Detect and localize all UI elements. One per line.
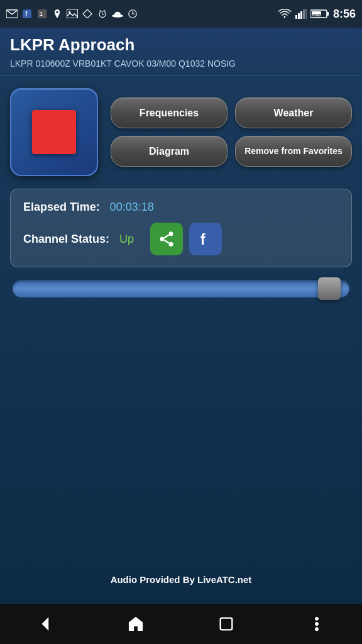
volume-slider-container xyxy=(10,280,352,297)
svg-point-7 xyxy=(56,11,58,13)
svg-rect-24 xyxy=(303,9,305,19)
buttons-grid: Frequencies Weather Diagram Remove from … xyxy=(111,97,352,167)
share-button[interactable] xyxy=(150,223,183,255)
metar-data: LKPR 010600Z VRB01KT CAVOK 03/M00 Q1032 … xyxy=(10,58,352,69)
channel-status-value: Up xyxy=(119,233,134,246)
record-indicator xyxy=(32,110,76,154)
slider-thumb[interactable] xyxy=(318,277,341,300)
svg-line-34 xyxy=(165,240,169,243)
svg-rect-27 xyxy=(327,12,329,16)
svg-point-39 xyxy=(315,623,319,626)
diamond-icon xyxy=(82,9,93,18)
svg-rect-21 xyxy=(295,15,297,19)
svg-rect-8 xyxy=(67,9,78,18)
recents-icon xyxy=(217,615,235,633)
svg-text:1: 1 xyxy=(40,11,43,17)
svg-point-40 xyxy=(315,628,319,631)
main-content: Frequencies Weather Diagram Remove from … xyxy=(0,75,362,604)
svg-rect-37 xyxy=(221,618,233,630)
weather-button[interactable]: Weather xyxy=(235,97,352,128)
share-icon xyxy=(158,230,175,248)
channel-status-row: Channel Status: Up f xyxy=(23,223,339,255)
status-icons-left: f 1 xyxy=(6,9,138,18)
back-icon xyxy=(36,615,54,633)
elapsed-time-value: 00:03:18 xyxy=(110,201,154,214)
svg-marker-36 xyxy=(42,618,48,630)
share-icons: f xyxy=(150,223,222,255)
svg-rect-22 xyxy=(298,13,300,19)
alarm-icon xyxy=(97,9,108,18)
footer-text: Audio Provided By LiveATC.net xyxy=(10,574,352,591)
recents-button[interactable] xyxy=(211,608,242,640)
location-icon xyxy=(52,9,63,18)
top-section: Frequencies Weather Diagram Remove from … xyxy=(10,88,352,176)
home-button[interactable] xyxy=(120,608,151,640)
battery-icon: 66% xyxy=(310,9,329,19)
back-button[interactable] xyxy=(30,608,61,640)
svg-point-31 xyxy=(160,237,165,242)
svg-point-30 xyxy=(169,231,173,236)
svg-text:f: f xyxy=(200,231,206,248)
clock-icon xyxy=(127,9,138,18)
info-panel: Elapsed Time: 00:03:18 Channel Status: U… xyxy=(10,189,352,267)
hat-icon xyxy=(112,9,123,18)
svg-line-14 xyxy=(99,10,101,11)
svg-line-2 xyxy=(12,10,18,14)
facebook-share-button[interactable]: f xyxy=(189,223,222,255)
svg-line-15 xyxy=(104,10,106,11)
slider-track[interactable] xyxy=(13,280,349,297)
logo-container[interactable] xyxy=(10,88,98,176)
svg-rect-25 xyxy=(305,9,307,19)
svg-point-38 xyxy=(315,618,319,621)
menu-button[interactable] xyxy=(301,608,332,640)
image-icon xyxy=(67,9,78,18)
svg-point-32 xyxy=(169,242,173,247)
remove-favorites-button[interactable]: Remove from Favorites xyxy=(235,136,352,167)
status-time: 8:56 xyxy=(333,8,356,21)
svg-marker-10 xyxy=(83,9,92,18)
svg-rect-23 xyxy=(300,11,302,19)
status-bar: f 1 xyxy=(0,0,362,28)
svg-line-1 xyxy=(6,10,12,14)
svg-line-33 xyxy=(165,235,169,238)
channel-status-label: Channel Status: xyxy=(23,233,109,246)
page-title: LKPR Approach xyxy=(10,35,352,55)
svg-text:66%: 66% xyxy=(312,13,322,18)
frequencies-button[interactable]: Frequencies xyxy=(111,97,228,128)
status-icons-right: 66% 8:56 xyxy=(278,8,356,21)
facebook-status-icon: f xyxy=(21,9,33,18)
wifi-icon xyxy=(278,9,292,19)
signal-icon xyxy=(295,9,307,19)
notification-icon: 1 xyxy=(36,9,48,18)
elapsed-time-row: Elapsed Time: 00:03:18 xyxy=(23,201,339,214)
diagram-button[interactable]: Diagram xyxy=(111,136,228,167)
home-icon xyxy=(127,615,145,633)
facebook-icon: f xyxy=(197,230,214,248)
elapsed-time-label: Elapsed Time: xyxy=(23,201,100,214)
header: LKPR Approach LKPR 010600Z VRB01KT CAVOK… xyxy=(0,28,362,75)
message-icon xyxy=(6,9,18,18)
svg-point-17 xyxy=(114,12,121,17)
bottom-nav xyxy=(0,604,362,644)
more-icon xyxy=(308,615,326,633)
